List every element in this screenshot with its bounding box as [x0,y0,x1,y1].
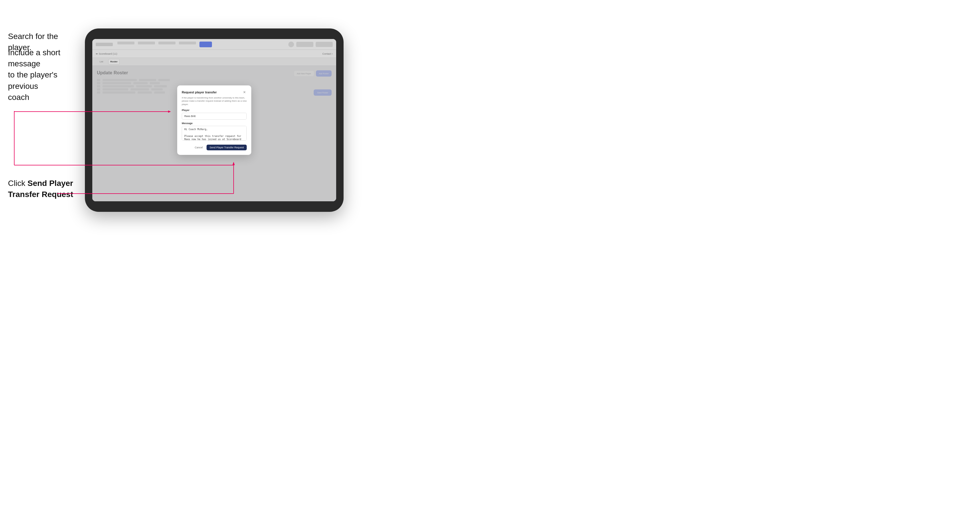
message-textarea[interactable]: Hi Coach McHarg, Please accept this tran… [182,126,247,141]
request-transfer-modal: Request player transfer ✕ If the player … [177,86,251,155]
annotation-message-text: Include a short messageto the player's p… [8,47,82,103]
tablet-screen: ⬅ Scoreboard (11) Contact › List Roster … [92,39,336,201]
cancel-button[interactable]: Cancel [192,145,205,150]
close-icon[interactable]: ✕ [242,90,247,95]
app-background: ⬅ Scoreboard (11) Contact › List Roster … [92,39,336,201]
tablet-device: ⬅ Scoreboard (11) Contact › List Roster … [85,29,344,212]
modal-footer: Cancel Send Player Transfer Request [182,144,247,150]
modal-description: If the player is transferring from anoth… [182,96,247,106]
send-transfer-request-button[interactable]: Send Player Transfer Request [207,144,247,150]
modal-title: Request player transfer [182,90,217,94]
annotation-click-text: Click Send PlayerTransfer Request [8,178,82,200]
player-input[interactable] [182,113,247,119]
player-label: Player [182,109,247,112]
annotation-area: Search for the player. Include a short m… [0,0,83,527]
modal-header: Request player transfer ✕ [182,90,247,95]
modal-overlay: Request player transfer ✕ If the player … [92,39,336,201]
message-label: Message [182,122,247,125]
